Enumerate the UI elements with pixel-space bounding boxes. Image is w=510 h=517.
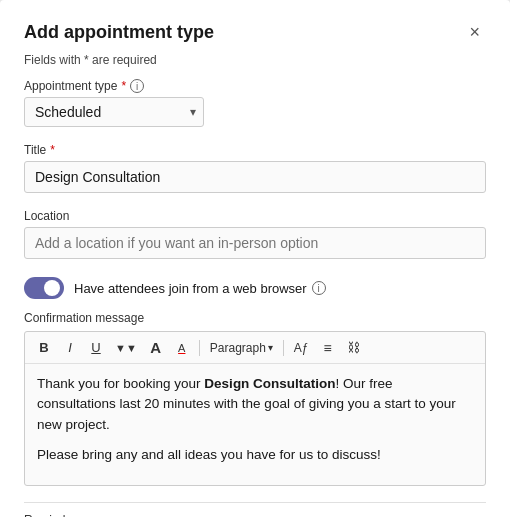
italic-button[interactable]: I [59,338,81,357]
title-label: Title * [24,143,486,157]
title-required-star: * [50,143,55,157]
location-label: Location [24,209,486,223]
underline-button[interactable]: U [85,338,107,357]
editor-paragraph-1: Thank you for booking your Design Consul… [37,374,473,435]
dialog-header: Add appointment type × [24,20,486,45]
bold-button[interactable]: B [33,338,55,357]
toolbar-separator-2 [283,340,284,356]
confirmation-message-section: Confirmation message B I U ▼▼ A A Paragr… [24,311,486,498]
appointment-type-label: Appointment type * i [24,79,486,93]
link-button[interactable]: ⛓ [343,338,365,357]
reminders-section: Reminders Add an email reminder [24,502,486,517]
editor-toolbar: B I U ▼▼ A A Paragraph ▾ Aƒ ≡ ⛓ [25,332,485,364]
location-section: Location [24,209,486,271]
appointment-type-select[interactable]: Scheduled On-demand [24,97,204,127]
confirmation-label: Confirmation message [24,311,486,325]
toggle-thumb [44,280,60,296]
required-note: Fields with * are required [24,53,486,67]
add-appointment-dialog: Add appointment type × Fields with * are… [0,0,510,517]
reminders-label: Reminders [24,513,486,517]
font-color-button[interactable]: A [171,340,193,356]
dialog-title: Add appointment type [24,22,214,43]
confirmation-editor: B I U ▼▼ A A Paragraph ▾ Aƒ ≡ ⛓ Thank yo… [24,331,486,486]
filter-button[interactable]: ▼▼ [111,340,141,356]
web-browser-toggle-row: Have attendees join from a web browser i [24,277,486,299]
indent-button[interactable]: ≡ [317,338,339,358]
title-input[interactable] [24,161,486,193]
close-button[interactable]: × [463,20,486,45]
editor-content[interactable]: Thank you for booking your Design Consul… [25,364,485,485]
toggle-info-icon[interactable]: i [312,281,326,295]
required-star: * [121,79,126,93]
format-button[interactable]: Aƒ [290,339,313,357]
toolbar-separator-1 [199,340,200,356]
editor-paragraph-2: Please bring any and all ideas you have … [37,445,473,465]
title-section: Title * [24,143,486,205]
web-browser-toggle[interactable] [24,277,64,299]
font-size-button[interactable]: A [145,337,167,358]
location-input[interactable] [24,227,486,259]
appointment-type-select-wrapper: Scheduled On-demand ▾ [24,97,204,127]
paragraph-button[interactable]: Paragraph ▾ [206,339,277,357]
appointment-type-section: Appointment type * i Scheduled On-demand… [24,79,486,139]
toggle-label: Have attendees join from a web browser i [74,281,326,296]
appointment-type-info-icon[interactable]: i [130,79,144,93]
